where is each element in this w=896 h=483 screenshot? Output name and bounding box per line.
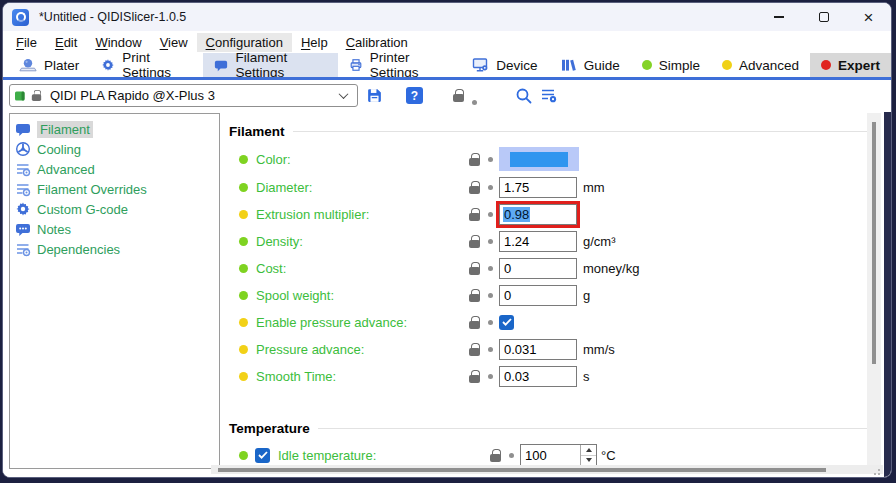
dot-icon[interactable] [488, 185, 493, 190]
maximize-icon [819, 12, 829, 22]
section-title: Filament [229, 124, 285, 139]
compare-presets-button[interactable] [541, 88, 558, 107]
check-icon [502, 318, 512, 326]
horizontal-scrollbar-thumb[interactable] [218, 468, 826, 472]
dot-icon[interactable] [488, 239, 493, 244]
tab-plater[interactable]: Plater [8, 53, 90, 77]
settings-panel: Filament Color: Diameter: mm [229, 112, 867, 471]
menu-window[interactable]: Window [86, 33, 150, 52]
dot-icon[interactable] [488, 320, 493, 325]
spin-down-button[interactable] [581, 456, 596, 466]
unit-label: mm/s [583, 342, 615, 357]
setting-label: Smooth Time: [256, 369, 336, 384]
setting-label: Color: [256, 152, 291, 167]
sidebar-item-label: Filament Overrides [37, 182, 147, 197]
save-preset-button[interactable] [366, 87, 383, 107]
vertical-scrollbar[interactable] [867, 113, 881, 465]
spool-weight-input[interactable] [499, 285, 577, 306]
tab-filament-settings[interactable]: Filament Settings [203, 53, 337, 77]
help-button[interactable]: ? [406, 87, 423, 104]
lock-icon[interactable] [469, 316, 480, 329]
close-button[interactable]: × [846, 3, 891, 31]
menu-view[interactable]: View [151, 33, 197, 52]
cost-input[interactable] [499, 258, 577, 279]
lock-icon[interactable] [469, 153, 480, 166]
save-floppy-icon [366, 87, 383, 104]
preset-toolbar: QIDI PLA Rapido @X-Plus 3 ? [3, 80, 891, 112]
sidebar-item-advanced[interactable]: Advanced [10, 159, 219, 179]
sidebar-item-filament[interactable]: Filament [10, 119, 219, 139]
density-input[interactable] [499, 231, 577, 252]
maximize-button[interactable] [801, 3, 846, 31]
plater-icon [19, 57, 37, 73]
menu-edit[interactable]: Edit [46, 33, 86, 52]
sidebar-item-filament-overrides[interactable]: Filament Overrides [10, 179, 219, 199]
smooth-time-input[interactable] [499, 366, 577, 387]
horizontal-scrollbar[interactable] [211, 465, 883, 474]
mode-switcher: Simple Advanced Expert [631, 53, 891, 77]
dot-icon[interactable] [509, 453, 514, 458]
idle-temperature-input[interactable] [521, 445, 576, 465]
lock-icon[interactable] [469, 181, 480, 194]
revert-dot-button[interactable] [472, 93, 477, 108]
setting-row-idle-temperature: Idle temperature: °C [229, 444, 867, 466]
mode-simple[interactable]: Simple [631, 53, 711, 77]
search-button[interactable] [515, 87, 533, 108]
sidebar-item-cooling[interactable]: Cooling [10, 139, 219, 159]
mode-label: Expert [838, 58, 880, 73]
menu-calibration[interactable]: Calibration [337, 33, 417, 52]
right-edge-band [884, 112, 891, 477]
setting-label: Spool weight: [256, 288, 334, 303]
mode-label: Advanced [739, 58, 799, 73]
tab-label: Device [496, 58, 537, 73]
idle-temperature-spinner [520, 444, 597, 466]
extrusion-multiplier-input[interactable]: 0.98 [499, 204, 577, 225]
search-icon [515, 87, 533, 105]
idle-temperature-checkbox[interactable] [255, 448, 270, 463]
tab-guide[interactable]: Guide [549, 53, 631, 77]
dot-icon[interactable] [488, 212, 493, 217]
expert-mode-dot-icon [821, 60, 831, 70]
fan-icon [15, 141, 31, 157]
resize-grip[interactable] [878, 469, 881, 472]
minimize-icon [774, 16, 784, 17]
lock-preset-button[interactable] [453, 89, 464, 105]
sidebar-item-dependencies[interactable]: Dependencies [10, 239, 219, 259]
enable-pressure-advance-checkbox[interactable] [499, 315, 514, 330]
lock-icon[interactable] [469, 235, 480, 248]
sliders-gear-icon [15, 161, 31, 177]
lock-icon[interactable] [469, 208, 480, 221]
spin-up-button[interactable] [581, 445, 596, 456]
lock-icon[interactable] [469, 262, 480, 275]
lock-icon[interactable] [469, 343, 480, 356]
check-icon [258, 451, 268, 459]
vertical-scrollbar-thumb[interactable] [872, 122, 876, 364]
menu-file[interactable]: File [7, 33, 46, 52]
menu-help[interactable]: Help [292, 33, 337, 52]
lock-icon[interactable] [490, 449, 501, 462]
gear-icon [15, 201, 31, 217]
lock-icon[interactable] [469, 370, 480, 383]
tab-print-settings[interactable]: Print Settings [90, 53, 203, 77]
tab-device[interactable]: Device [461, 53, 548, 77]
simple-mode-dot-icon [642, 60, 652, 70]
pressure-advance-input[interactable] [499, 339, 577, 360]
dot-icon[interactable] [488, 157, 493, 162]
minimize-button[interactable] [756, 3, 801, 31]
menu-configuration[interactable]: Configuration [197, 33, 292, 52]
sidebar-item-custom-gcode[interactable]: Custom G-code [10, 199, 219, 219]
dot-icon[interactable] [488, 347, 493, 352]
filament-preset-combo[interactable]: QIDI PLA Rapido @X-Plus 3 [9, 84, 358, 107]
dot-icon[interactable] [488, 266, 493, 271]
lock-icon[interactable] [469, 289, 480, 302]
diameter-input[interactable] [499, 177, 577, 198]
setting-row-smooth-time: Smooth Time: s [229, 365, 867, 387]
dot-icon[interactable] [488, 374, 493, 379]
gear-icon [101, 57, 115, 73]
sidebar-item-notes[interactable]: Notes [10, 219, 219, 239]
tab-printer-settings[interactable]: Printer Settings [338, 53, 462, 77]
dot-icon[interactable] [488, 293, 493, 298]
color-swatch-button[interactable] [499, 147, 579, 171]
mode-expert[interactable]: Expert [810, 53, 891, 77]
mode-advanced[interactable]: Advanced [711, 53, 810, 77]
